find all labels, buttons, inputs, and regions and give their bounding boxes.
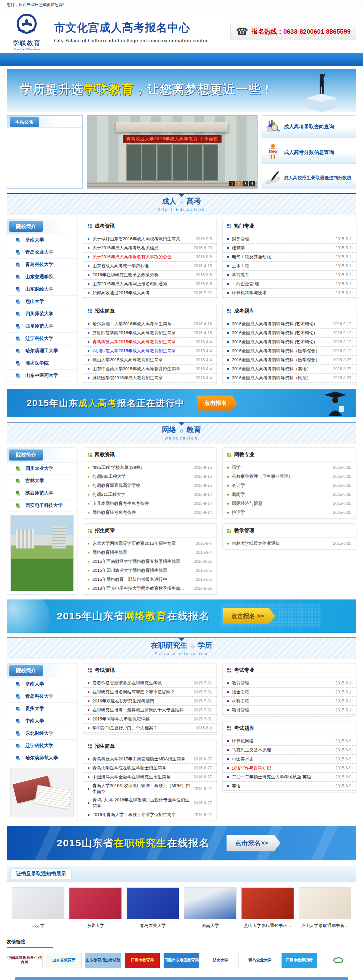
friend-link-logo[interactable]: 济南大学 <box>203 953 239 968</box>
article-link[interactable]: 哈尔滨理工大学2016年成人高考招生简章 <box>93 321 191 327</box>
article-link[interactable]: 燕山大学2015成人高等教育招生简章 <box>93 357 193 363</box>
sidebar-item-college[interactable]: 辽宁科技大学 <box>7 740 77 752</box>
friend-link-logo[interactable]: 山东教育招生考试院 <box>85 953 121 968</box>
certificate-thumbnail[interactable] <box>241 888 294 920</box>
article-link[interactable]: 2016全国成人高考考前辅导资料 (艺术概论) <box>232 339 330 345</box>
sidebar-item-college[interactable]: 青岛科技大学 <box>7 259 77 271</box>
major-link[interactable]: 材料工程 <box>232 698 333 704</box>
article-link[interactable]: 2016全国成人高考考前辅导资料（医学综合） <box>232 348 330 354</box>
article-link[interactable]: 关于做好山东省2016年成人高校考试招生有关... <box>93 236 193 242</box>
article-link[interactable]: 2016全国成人高考考前辅导资料（英语） <box>232 366 330 372</box>
major-link[interactable]: 教育管理 <box>232 680 333 686</box>
article-link[interactable]: 2016全国成人高考考前辅导资料 (艺术概论) <box>232 330 330 336</box>
article-link[interactable]: 中国美术史 <box>232 756 333 762</box>
article-link[interactable]: “985工程”学校名单 (39校) <box>93 465 191 471</box>
cutoff-line-query-button[interactable]: 成人高校招生录取最低控制分数线 <box>262 167 356 189</box>
sidebar-item-college[interactable]: 东北财经大学 <box>7 727 77 740</box>
article-link[interactable]: 何谓教育部直属高等学校 <box>93 482 191 488</box>
article-link[interactable]: 2015年同等学力申硕流程详解 <box>93 716 191 722</box>
sidebar-item-college[interactable]: 哈尔滨理工大学 <box>7 345 77 357</box>
major-link[interactable]: 护理学 <box>232 509 330 515</box>
sidebar-item-college[interactable]: 四川师范大学 <box>7 308 77 320</box>
sidebar-item-college[interactable]: 哈尔滨师范大学 <box>7 752 77 764</box>
slide-page-3[interactable]: 3 <box>243 181 248 186</box>
friend-link-logo[interactable]: 山东省教育厅 <box>46 953 82 968</box>
certificate-thumbnail[interactable] <box>126 888 179 920</box>
article-link[interactable]: 何谓985工程大学 <box>93 474 191 479</box>
article-link[interactable]: 山东省成人高考统一学费标准 <box>93 263 191 269</box>
article-link[interactable]: 2015年西南财经大学网络教育春秋季招生简章 <box>93 558 191 565</box>
article-link[interactable]: 关于2016年成人高考报名有关事项的公告 <box>93 254 193 260</box>
certificate-thumbnail[interactable] <box>12 888 64 920</box>
article-link[interactable]: 齐鲁师范学院2016年成人高等教育招生简章 <box>93 330 191 336</box>
nav-item[interactable] <box>181 53 225 66</box>
major-link[interactable]: 建筑学 <box>232 245 333 251</box>
sidebar-item-college[interactable]: 吉林大学 <box>7 475 77 487</box>
major-link[interactable]: 国际经济与贸易 <box>232 501 330 506</box>
article-link[interactable]: 2016全国成人高考考前辅导资料（民法） <box>232 375 330 381</box>
article-link[interactable]: 山东中医药大学2015年成人高等教育招生简章 <box>93 366 193 372</box>
article-link[interactable]: 计算机网络 <box>232 738 333 744</box>
sidebar-item-college[interactable]: 燕山大学 <box>7 296 77 308</box>
article-link[interactable]: 青岛大学医学院在职医学硕士招生简章 <box>93 765 191 771</box>
article-link[interactable]: 中国海洋大学金融学在职研究生招生简章 <box>93 774 191 780</box>
article-link[interactable]: 网络教育统考免考条件 <box>93 509 191 515</box>
sidebar-item-college[interactable]: 山东财经大学 <box>7 283 77 296</box>
article-link[interactable]: 马克思主义基本原理 <box>232 747 333 753</box>
signup-button[interactable]: 点击报名 <box>197 396 237 410</box>
major-link[interactable]: 项目管理 <box>232 707 333 713</box>
article-link[interactable]: 何谓211工程大学 <box>93 492 191 498</box>
slide-page-2[interactable]: 2 <box>236 181 241 186</box>
article-link[interactable]: 2016年双证在职研究生报考指南 <box>93 698 191 704</box>
friend-link-logo[interactable] <box>321 953 357 968</box>
article-link[interactable]: 2013年西安电子科技大学网络教育秋季招生简... <box>93 585 191 592</box>
major-link[interactable]: 会计学 <box>232 482 330 488</box>
article-link[interactable]: 如何高效通过2015年成人高考 <box>93 290 191 296</box>
sidebar-item-college[interactable]: 曲阜师范大学 <box>7 320 77 332</box>
major-link[interactable]: 财务管理 <box>232 236 333 242</box>
nav-item[interactable] <box>94 53 138 66</box>
sidebar-item-college[interactable]: 青岛科技大学 <box>7 690 77 703</box>
sidebar-item-college[interactable]: 中南大学 <box>7 715 77 727</box>
article-link[interactable]: 2016年在职研究生改革之政策分析 <box>93 272 193 278</box>
article-link[interactable]: 在职研究生报考：最具就业前景的十大专业推荐 <box>93 707 191 713</box>
article-link[interactable]: 网络教育招生简章 <box>93 549 193 555</box>
article-link[interactable]: 青岛科技大学2015年成人高等教育招生简章 <box>93 339 193 345</box>
certificate-thumbnail[interactable] <box>184 888 237 920</box>
article-link[interactable]: 关于2016年成人高考考试相关信息 <box>93 245 191 251</box>
sidebar-item-college[interactable]: 陕西师范大学 <box>7 487 77 500</box>
friend-link-logo[interactable]: 青岛农业大学 <box>242 953 278 968</box>
sidebar-item-college[interactable]: 济南大学 <box>7 678 77 690</box>
friend-link-logo[interactable]: 日照市东港区教育局 <box>163 953 200 968</box>
certificate-thumbnail[interactable] <box>69 888 122 920</box>
hero-banner[interactable]: 学历提升选学联教育，让您离梦想更近一些！ <box>7 68 356 112</box>
major-link[interactable]: 计算机科学与技术 <box>232 290 333 296</box>
article-link[interactable]: 四川师范大学2015年成人高等教育招生简章 <box>93 348 193 354</box>
major-link[interactable]: 工商企业管 理 <box>232 281 333 287</box>
major-link[interactable]: 学前教育 <box>232 272 333 278</box>
major-link[interactable]: 电气工程及其自动化 <box>232 254 333 260</box>
article-link[interactable]: 汉语写作与百科知识 <box>232 765 333 771</box>
nav-item[interactable] <box>7 53 50 66</box>
article-link[interactable]: 吉林大学纸质大作业通知 <box>232 541 330 546</box>
certificate-thumbnail[interactable] <box>299 888 351 920</box>
friend-link-logo[interactable]: 日照市教育局 <box>125 953 160 968</box>
slideshow[interactable]: 青岛农业大学2015年成人高等教育 工作会议 1 2 3 4 <box>87 115 257 189</box>
article-link[interactable]: 青 岛 大 学 2016年在职攻读工业设计专业学位招生简章 <box>93 797 191 809</box>
friend-link-logo[interactable]: 中国高等教育学生信息网 <box>7 953 43 968</box>
sidebar-item-college[interactable]: 贵州大学 <box>7 703 77 715</box>
major-link[interactable]: 冶金工程 <box>232 689 333 695</box>
article-link[interactable]: 2016年青岛大学工程硕士专业学位招生简章 <box>93 812 191 818</box>
sidebar-item-college[interactable]: 辽宁科技大学 <box>7 332 77 345</box>
sidebar-item-college[interactable]: 西安电子科技大学 <box>7 500 77 512</box>
article-link[interactable]: 青岛科技大学2017年工商管理硕士MBA招生简章 <box>93 756 191 762</box>
sidebar-item-college[interactable]: 潍坊医学院 <box>7 357 77 369</box>
sidebar-item-college[interactable]: 四川农业大学 <box>7 463 77 475</box>
slide-page-1[interactable]: 1 <box>229 181 235 186</box>
slide-page-4[interactable]: 4 <box>249 181 255 186</box>
nav-item[interactable] <box>313 53 356 66</box>
nav-item[interactable] <box>50 53 94 66</box>
nav-item[interactable] <box>138 53 181 66</box>
major-link[interactable]: 药学 <box>232 465 330 471</box>
score-query-button[interactable]: 100分 成人高考分数信息查询 <box>262 141 356 164</box>
